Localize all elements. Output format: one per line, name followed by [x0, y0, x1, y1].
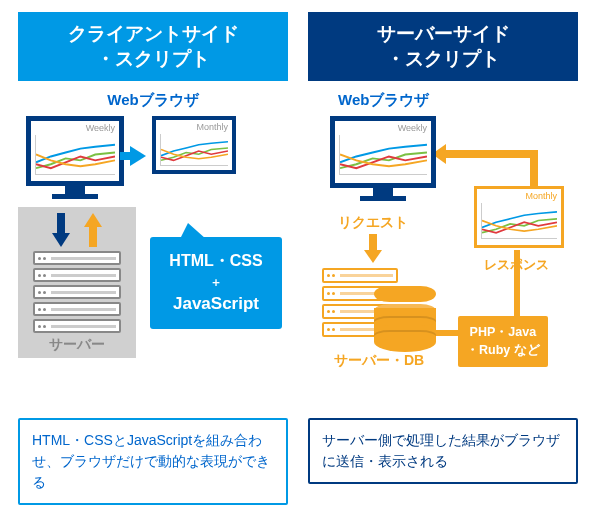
arrow-right-icon: [130, 146, 146, 166]
server-icon: [33, 251, 121, 333]
client-header: クライアントサイド ・スクリプト: [18, 12, 288, 81]
languages-box: PHP・Java ・Ruby など: [458, 316, 548, 367]
monitor-weekly-right: Weekly: [330, 116, 436, 201]
chart-icon: [481, 203, 557, 239]
chart-icon: [160, 134, 228, 166]
serverdb-label: サーバー・DB: [334, 352, 424, 370]
browser-label-right: Webブラウザ: [338, 91, 578, 110]
client-side-panel: クライアントサイド ・スクリプト Webブラウザ Weekly Monthl: [18, 12, 288, 358]
client-description: HTML・CSSとJavaScriptを組み合わせ、ブラウザだけで動的な表現がで…: [18, 418, 288, 505]
flow-line: [438, 150, 538, 158]
server-header: サーバーサイド ・スクリプト: [308, 12, 578, 81]
database-icon: [374, 286, 436, 352]
tech-callout: HTML・CSS ＋ JavaScript: [150, 237, 282, 329]
chart-icon: [339, 135, 427, 175]
chart-label-weekly: Weekly: [33, 123, 117, 133]
monitor-weekly: Weekly: [26, 116, 124, 199]
response-label: レスポンス: [484, 256, 549, 274]
chart-label-monthly: Monthly: [158, 122, 230, 132]
browser-row: Weekly Monthly: [18, 116, 288, 199]
server-description: サーバー側で処理した結果がブラウザに送信・表示される: [308, 418, 578, 484]
callout-line1: HTML・CSS: [169, 252, 262, 269]
monitor-monthly-right: Monthly: [474, 186, 564, 248]
server-label: サーバー: [24, 336, 130, 354]
request-label: リクエスト: [338, 214, 408, 232]
chart-label-weekly-r: Weekly: [337, 123, 429, 133]
browser-label-left: Webブラウザ: [18, 91, 288, 110]
arrow-up-icon: [86, 213, 100, 247]
monitor-monthly: Monthly: [152, 116, 236, 174]
server-block: サーバー HTML・CSS ＋ JavaScript: [18, 207, 288, 358]
chart-icon: [35, 135, 115, 175]
chart-label-monthly-r: Monthly: [479, 191, 559, 201]
callout-plus: ＋: [160, 273, 272, 291]
flow-line: [530, 150, 538, 190]
callout-js: JavaScript: [173, 294, 259, 313]
server-side-panel: サーバーサイド ・スクリプト Webブラウザ Weekly: [308, 12, 578, 426]
arrow-down-icon: [54, 213, 68, 247]
